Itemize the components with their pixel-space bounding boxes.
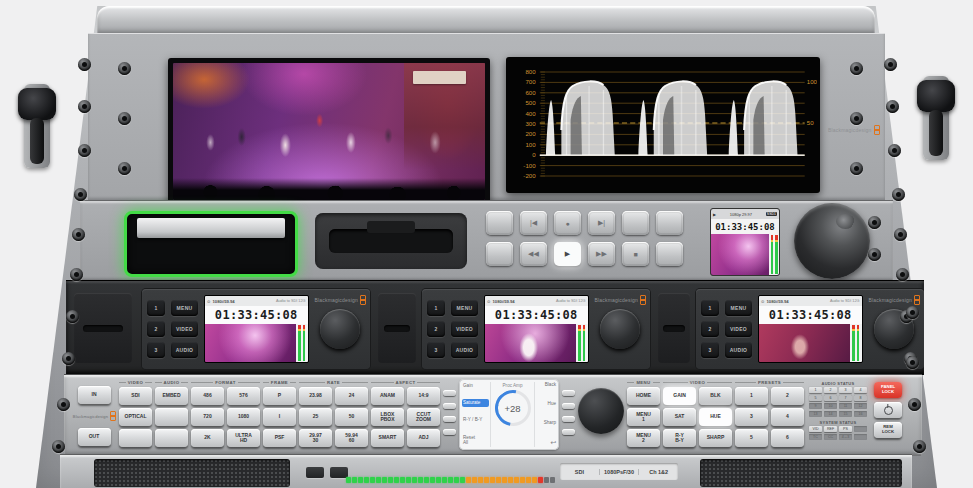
play-button[interactable]: ▶: [554, 242, 581, 266]
home-key[interactable]: HOME: [627, 387, 660, 405]
menu-button[interactable]: MENU: [725, 300, 752, 316]
blk-key[interactable]: BLK: [699, 387, 732, 405]
lcd-menu-saturate[interactable]: Saturate: [462, 399, 489, 407]
embed-key[interactable]: EMBED: [155, 387, 188, 405]
soft-key[interactable]: [443, 429, 456, 435]
lcd-menu-gain[interactable]: Gain: [462, 382, 489, 390]
lcd-menu-hue[interactable]: Hue: [548, 401, 556, 406]
jog-wheel[interactable]: [794, 203, 870, 279]
soft-key[interactable]: [562, 390, 575, 396]
menu-2-key[interactable]: MENU 2: [627, 429, 660, 447]
i-key[interactable]: I: [263, 408, 296, 426]
ssd-slot-2[interactable]: [315, 213, 467, 269]
blank-key[interactable]: [119, 429, 152, 447]
proc-amp-dial[interactable]: +28: [495, 390, 531, 426]
blank-key[interactable]: [155, 429, 188, 447]
lcd-menu-ryby[interactable]: R-Y / B-Y: [462, 417, 489, 425]
power-button[interactable]: [874, 402, 902, 418]
1-key[interactable]: 1: [735, 387, 768, 405]
sharp-key[interactable]: SHARP: [699, 429, 732, 447]
r-y-b-y-key[interactable]: R-Y B-Y: [663, 429, 696, 447]
fast-forward-button[interactable]: ▶▶: [588, 242, 615, 266]
hue-key[interactable]: HUE: [699, 408, 732, 426]
lcd-menu-sharp[interactable]: Sharp: [544, 420, 556, 425]
stop-button[interactable]: ■: [622, 242, 649, 266]
lbox-pbox-key[interactable]: LBOX PBOX: [371, 408, 404, 426]
p-key[interactable]: P: [263, 387, 296, 405]
remote-button[interactable]: [656, 211, 683, 235]
latch-knob[interactable]: [917, 80, 955, 112]
24-key[interactable]: 24: [335, 387, 368, 405]
lcd-menu-reset-all[interactable]: Reset All: [462, 434, 489, 447]
skip-forward-button[interactable]: ▶|: [588, 211, 615, 235]
case-latch-left[interactable]: [14, 84, 60, 170]
converter-button-2[interactable]: 2: [427, 321, 445, 337]
soft-key[interactable]: [443, 390, 456, 396]
video-button[interactable]: VIDEO: [725, 321, 752, 337]
audio-monitor-button[interactable]: [306, 467, 324, 478]
rem-lock-button[interactable]: REM LOCK: [874, 422, 902, 438]
576-key[interactable]: 576: [227, 387, 260, 405]
4-key[interactable]: 4: [771, 408, 804, 426]
adj-key[interactable]: ADJ: [407, 429, 440, 447]
sat-key[interactable]: SAT: [663, 408, 696, 426]
main-control-knob[interactable]: [578, 388, 624, 434]
soft-key[interactable]: [562, 429, 575, 435]
sdi-key[interactable]: SDI: [119, 387, 152, 405]
back-icon[interactable]: ↩: [550, 439, 556, 447]
486-key[interactable]: 486: [191, 387, 224, 405]
2k-key[interactable]: 2K: [191, 429, 224, 447]
audio-button[interactable]: AUDIO: [725, 342, 752, 358]
disp-button[interactable]: [486, 211, 513, 235]
ref-button[interactable]: [656, 242, 683, 266]
converter-button-3[interactable]: 3: [701, 342, 719, 358]
3-key[interactable]: 3: [735, 408, 768, 426]
converter-button-2[interactable]: 2: [147, 321, 165, 337]
soft-key[interactable]: [562, 416, 575, 422]
59.94-60-key[interactable]: 59.94 60: [335, 429, 368, 447]
29.97-30-key[interactable]: 29.97 30: [299, 429, 332, 447]
latch-knob[interactable]: [18, 88, 56, 120]
in-button[interactable]: IN: [78, 386, 111, 404]
case-latch-right[interactable]: [913, 76, 959, 162]
soft-key[interactable]: [443, 416, 456, 422]
skip-back-button[interactable]: |◀: [520, 211, 547, 235]
input-button[interactable]: [622, 211, 649, 235]
control-knob[interactable]: [600, 309, 640, 349]
ssd-slot-1[interactable]: [124, 211, 298, 277]
audio-button[interactable]: AUDIO: [171, 342, 198, 358]
ssd-drive[interactable]: [137, 218, 285, 238]
panel-lock-button[interactable]: PANEL LOCK: [874, 382, 902, 398]
audio-button[interactable]: AUDIO: [451, 342, 478, 358]
ultra-hd-key[interactable]: ULTRA HD: [227, 429, 260, 447]
record-button[interactable]: ●: [554, 211, 581, 235]
video-button[interactable]: VIDEO: [451, 321, 478, 337]
rewind-button[interactable]: ◀◀: [520, 242, 547, 266]
optical-key[interactable]: OPTICAL: [119, 408, 152, 426]
soft-key[interactable]: [443, 403, 456, 409]
menu-button[interactable]: MENU: [171, 300, 198, 316]
lcd-menu-black[interactable]: Black: [545, 382, 556, 387]
ccut-zoom-key[interactable]: CCUT ZOOM: [407, 408, 440, 426]
720-key[interactable]: 720: [191, 408, 224, 426]
converter-button-2[interactable]: 2: [701, 321, 719, 337]
converter-button-3[interactable]: 3: [147, 342, 165, 358]
50-key[interactable]: 50: [335, 408, 368, 426]
out-button[interactable]: OUT: [78, 428, 111, 446]
control-knob[interactable]: [320, 309, 360, 349]
anam-key[interactable]: ANAM: [371, 387, 404, 405]
eject-button[interactable]: [486, 242, 513, 266]
converter-button-1[interactable]: 1: [427, 300, 445, 316]
1080-key[interactable]: 1080: [227, 408, 260, 426]
converter-button-3[interactable]: 3: [427, 342, 445, 358]
25-key[interactable]: 25: [299, 408, 332, 426]
23.98-key[interactable]: 23.98: [299, 387, 332, 405]
psf-key[interactable]: PSF: [263, 429, 296, 447]
converter-button-1[interactable]: 1: [701, 300, 719, 316]
blank-key[interactable]: [155, 408, 188, 426]
gain-key[interactable]: GAIN: [663, 387, 696, 405]
menu-button[interactable]: MENU: [451, 300, 478, 316]
menu-1-key[interactable]: MENU 1: [627, 408, 660, 426]
soft-key[interactable]: [562, 403, 575, 409]
2-key[interactable]: 2: [771, 387, 804, 405]
